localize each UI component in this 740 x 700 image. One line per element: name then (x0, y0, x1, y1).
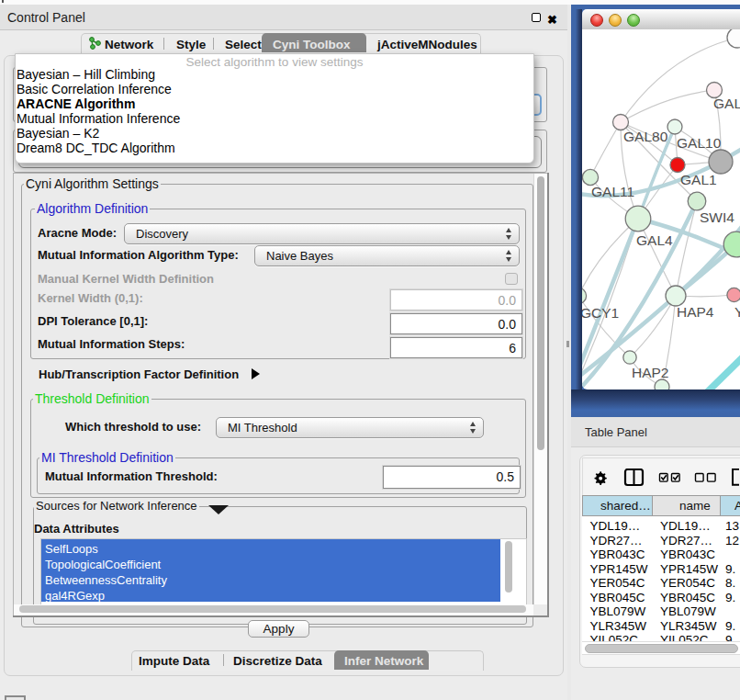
svg-text:GAL7: GAL7 (713, 96, 740, 111)
svg-text:GAL4: GAL4 (636, 232, 673, 248)
svg-text:Y: Y (734, 304, 740, 320)
svg-text:GAL1: GAL1 (680, 172, 717, 187)
svg-text:SWI4: SWI4 (700, 209, 734, 225)
svg-text:HAP4: HAP4 (677, 304, 714, 320)
svg-text:GAL10: GAL10 (677, 135, 722, 151)
svg-text:HAP2: HAP2 (632, 365, 669, 380)
svg-text:GCY1: GCY1 (582, 305, 619, 321)
svg-text:GAL11: GAL11 (591, 184, 634, 199)
svg-text:GAL80: GAL80 (623, 129, 668, 144)
